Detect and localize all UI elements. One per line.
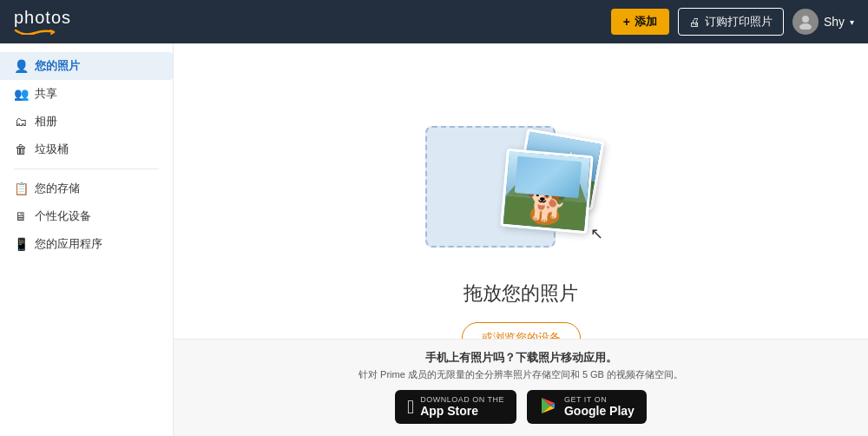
svg-point-21 <box>547 198 551 202</box>
logo-text: photos <box>14 9 71 26</box>
avatar-icon <box>798 14 813 30</box>
sidebar-secondary-section: 📋 您的存储 🖥 个性化设备 📱 您的应用程序 <box>0 175 173 258</box>
plus-icon: + <box>623 15 630 29</box>
svg-point-22 <box>542 202 550 208</box>
header-actions: + 添加 🖨 订购打印照片 Shy ▾ <box>611 8 854 36</box>
google-play-text: GET IT ON Google Play <box>564 395 635 419</box>
trash-icon: 🗑 <box>14 142 28 156</box>
store-buttons:  Download on the App Store <box>395 390 647 424</box>
people-icon: 👥 <box>14 87 28 101</box>
svg-marker-13 <box>525 165 539 180</box>
svg-marker-11 <box>538 162 582 202</box>
sidebar-item-label: 个性化设备 <box>35 208 91 224</box>
sidebar-item-trash[interactable]: 🗑 垃圾桶 <box>0 135 173 163</box>
sidebar-item-my-photos[interactable]: 👤 您的照片 <box>0 52 173 80</box>
print-button[interactable]: 🖨 订购打印照片 <box>678 8 784 36</box>
sidebar-item-label: 您的照片 <box>35 58 80 74</box>
main-content: ↖ 拖放您的照片 或浏览您的设备 手机上有照片吗？下载照片移动应用。 针对 Pr… <box>174 43 868 436</box>
sidebar: 👤 您的照片 👥 共享 🗂 相册 🗑 垃圾桶 📋 您的存储 <box>0 43 174 436</box>
person-icon: 👤 <box>14 59 28 73</box>
promo-headline: 手机上有照片吗？下载照片移动应用。 <box>425 350 617 366</box>
logo-smile-icon <box>14 26 56 35</box>
google-play-icon <box>539 396 558 419</box>
sidebar-item-storage[interactable]: 📋 您的存储 <box>0 175 173 202</box>
svg-point-20 <box>541 197 545 201</box>
app-store-button[interactable]:  Download on the App Store <box>395 390 516 424</box>
sidebar-item-label: 相册 <box>35 114 57 129</box>
apps-icon: 📱 <box>14 237 28 251</box>
app-store-name: App Store <box>420 404 504 419</box>
google-play-button[interactable]: GET IT ON Google Play <box>527 390 647 424</box>
drop-zone-area: ↖ 拖放您的照片 或浏览您的设备 <box>425 109 616 353</box>
storage-icon: 📋 <box>14 182 28 195</box>
photo-illustration: ↖ <box>425 109 616 265</box>
photo-card-front <box>500 149 593 234</box>
google-play-name: Google Play <box>564 404 635 419</box>
sidebar-item-label: 您的应用程序 <box>35 236 102 252</box>
album-icon: 🗂 <box>14 115 28 129</box>
chevron-down-icon: ▾ <box>850 17 854 27</box>
promo-description: 针对 Prime 成员的无限量的全分辨率照片存储空间和 5 GB 的视频存储空间… <box>358 368 683 381</box>
header: photos + 添加 🖨 订购打印照片 Shy ▾ <box>0 0 868 43</box>
monitor-icon: 🖥 <box>14 209 28 223</box>
sidebar-item-albums[interactable]: 🗂 相册 <box>0 108 173 135</box>
user-name: Shy <box>824 15 845 29</box>
cursor-icon: ↖ <box>590 224 603 243</box>
svg-point-1 <box>799 23 812 30</box>
apple-icon:  <box>407 398 414 417</box>
sidebar-item-label: 您的存储 <box>35 181 80 196</box>
sidebar-item-label: 共享 <box>35 86 57 102</box>
svg-point-17 <box>536 191 556 212</box>
app-store-text: Download on the App Store <box>420 395 504 419</box>
sidebar-main-section: 👤 您的照片 👥 共享 🗂 相册 🗑 垃圾桶 <box>0 52 173 163</box>
svg-point-19 <box>548 190 562 206</box>
svg-point-0 <box>802 16 809 23</box>
body-layout: 👤 您的照片 👥 共享 🗂 相册 🗑 垃圾桶 📋 您的存储 <box>0 43 868 436</box>
logo: photos <box>14 9 71 35</box>
sidebar-item-label: 垃圾桶 <box>35 142 69 157</box>
add-button[interactable]: + 添加 <box>611 9 669 35</box>
sidebar-item-apps[interactable]: 📱 您的应用程序 <box>0 230 173 258</box>
sidebar-item-personalize[interactable]: 🖥 个性化设备 <box>0 202 173 230</box>
print-button-label: 订购打印照片 <box>705 14 773 30</box>
sidebar-divider <box>14 168 159 169</box>
svg-point-18 <box>532 189 544 204</box>
sidebar-item-shared[interactable]: 👥 共享 <box>0 80 173 108</box>
footer-promo: 手机上有照片吗？下载照片移动应用。 针对 Prime 成员的无限量的全分辨率照片… <box>174 339 868 436</box>
user-menu[interactable]: Shy ▾ <box>792 9 854 35</box>
app-store-sub: Download on the <box>420 395 504 404</box>
avatar <box>792 9 819 35</box>
add-button-label: 添加 <box>635 14 657 30</box>
cart-icon: 🖨 <box>689 16 700 29</box>
drop-title: 拖放您的照片 <box>464 281 578 307</box>
svg-marker-14 <box>554 163 568 178</box>
google-play-sub: GET IT ON <box>564 395 635 404</box>
